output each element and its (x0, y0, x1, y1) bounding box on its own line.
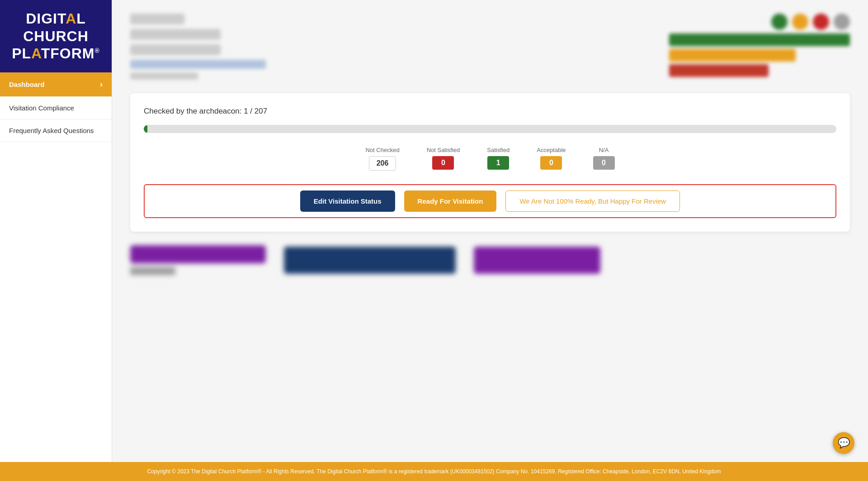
top-right-blurred (669, 14, 850, 77)
stat-not-satisfied-value: 0 (432, 156, 454, 170)
sidebar-logo: DIGITAL CHURCH PLATFORM® (0, 0, 112, 72)
stat-acceptable-label: Acceptable (537, 147, 566, 153)
stat-na-value: 0 (593, 156, 615, 170)
ready-for-visitation-button[interactable]: Ready For Visitation (404, 190, 497, 212)
stat-not-checked-value: 206 (369, 156, 396, 171)
footer: Copyright © 2023 The Digital Church Plat… (0, 462, 868, 481)
bottom-text-block-1 (130, 245, 266, 275)
action-buttons-container: Edit Visitation Status Ready For Visitat… (144, 184, 836, 218)
edit-visitation-status-button[interactable]: Edit Visitation Status (300, 190, 395, 212)
sidebar-nav: Dashboard › Visitation Compliance Freque… (0, 72, 112, 142)
stat-na: N/A 0 (593, 147, 615, 171)
chat-icon: 💬 (838, 437, 850, 449)
sidebar-item-visitation-compliance[interactable]: Visitation Compliance (0, 97, 112, 119)
stat-satisfied: Satisfied 1 (487, 147, 509, 171)
sidebar-item-faq[interactable]: Frequently Asked Questions (0, 119, 112, 142)
card-title: Checked by the archdeacon: 1 / 207 (144, 107, 836, 116)
bottom-blue-block (284, 247, 456, 274)
sidebar-item-label: Visitation Compliance (9, 104, 74, 112)
stat-not-satisfied-label: Not Satisfied (427, 147, 460, 153)
progress-bar-fill (144, 125, 147, 133)
top-left-blurred (130, 14, 266, 80)
not-ready-button[interactable]: We Are Not 100% Ready, But Happy For Rev… (505, 190, 680, 212)
stat-not-satisfied: Not Satisfied 0 (427, 147, 460, 171)
sidebar-item-label: Frequently Asked Questions (9, 127, 94, 134)
stat-satisfied-label: Satisfied (487, 147, 509, 153)
footer-text: Copyright © 2023 The Digital Church Plat… (147, 468, 721, 475)
stat-not-checked: Not Checked 206 (365, 147, 399, 171)
stat-acceptable-value: 0 (540, 156, 562, 170)
bottom-purple-block (474, 247, 600, 274)
top-area (130, 14, 850, 80)
chat-widget-button[interactable]: 💬 (833, 432, 854, 454)
stats-row: Not Checked 206 Not Satisfied 0 Satisfie… (144, 147, 836, 171)
sidebar: DIGITAL CHURCH PLATFORM® Dashboard › Vis… (0, 0, 112, 462)
chevron-right-icon: › (100, 80, 103, 89)
stat-acceptable: Acceptable 0 (537, 147, 566, 171)
stat-satisfied-value: 1 (487, 156, 509, 170)
stat-na-label: N/A (599, 147, 609, 153)
progress-bar (144, 125, 836, 133)
sidebar-item-label: Dashboard (9, 81, 44, 88)
sidebar-item-dashboard[interactable]: Dashboard › (0, 72, 112, 97)
bottom-blurred-section (130, 245, 850, 275)
logo-text: DIGITAL CHURCH PLATFORM® (12, 10, 100, 62)
stat-not-checked-label: Not Checked (365, 147, 399, 153)
main-content: Checked by the archdeacon: 1 / 207 Not C… (112, 0, 868, 462)
main-card: Checked by the archdeacon: 1 / 207 Not C… (130, 93, 850, 232)
